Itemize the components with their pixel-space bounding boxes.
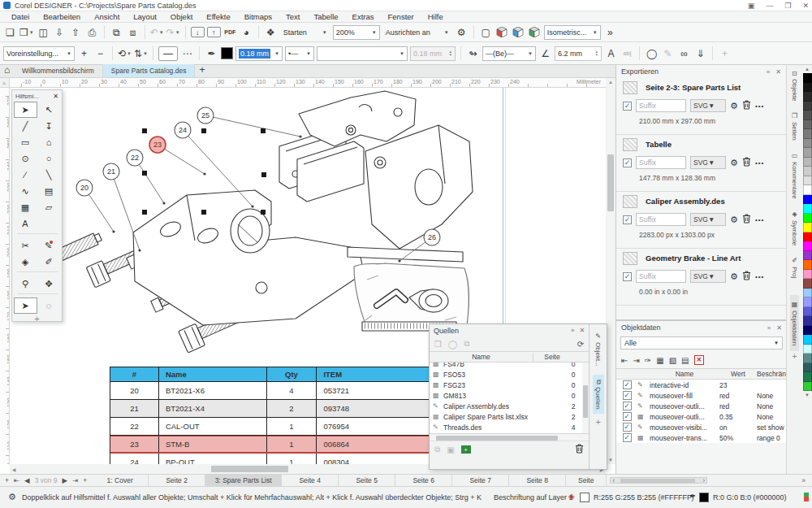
- menu-text[interactable]: Text: [286, 12, 300, 21]
- text-options-button[interactable]: A: [604, 46, 618, 61]
- objektdaten-row-0[interactable]: ✓✎interactive-id23: [616, 380, 787, 390]
- palette-swatch-28[interactable]: [803, 335, 812, 345]
- palette-swatch-25[interactable]: [803, 307, 812, 317]
- pick-tool[interactable]: ➤: [14, 102, 37, 118]
- exportieren-title-bar[interactable]: Exportieren » ✕: [616, 65, 786, 78]
- quellen-col-page[interactable]: Seite: [533, 353, 571, 361]
- objektdaten-row-2[interactable]: ✓✎mouseover-outli...redNone: [616, 401, 787, 411]
- add-preset-button[interactable]: +: [77, 46, 91, 61]
- new-document-button[interactable]: ❏: [3, 25, 17, 40]
- palette-swatch-30[interactable]: [803, 354, 812, 363]
- line-tool[interactable]: ∕: [14, 167, 37, 183]
- page-tab-8[interactable]: Seite: [566, 475, 607, 486]
- palette-swatch-8[interactable]: [803, 148, 812, 158]
- palette-swatch-14[interactable]: [803, 204, 812, 214]
- projection-top-cube-icon[interactable]: [512, 25, 525, 40]
- table-row-20[interactable]: 20BT2021-X64053721: [110, 382, 434, 400]
- page-tab-2[interactable]: 3: Spare Parts List: [205, 475, 282, 486]
- menu-ansicht[interactable]: Ansicht: [94, 12, 119, 21]
- quellen-col-name[interactable]: Name: [430, 353, 533, 361]
- page-tab-4[interactable]: Seite 5: [339, 475, 395, 486]
- source-row-3[interactable]: ▩GM8130: [430, 390, 589, 401]
- palette-scroll-up-icon[interactable]: ▲: [805, 65, 810, 73]
- rectangle-tool[interactable]: ▭: [14, 134, 37, 150]
- trash-icon[interactable]: [742, 157, 751, 167]
- palette-swatch-16[interactable]: [803, 223, 812, 232]
- format-select[interactable]: SVG▼: [690, 99, 726, 112]
- toolbox-close-icon[interactable]: ✕: [53, 93, 58, 100]
- export-more-button[interactable]: •••: [755, 159, 764, 167]
- spin-down-icon[interactable]: ▼: [449, 54, 452, 57]
- arrowhead-combo[interactable]: •—▼: [285, 46, 314, 61]
- selection-handle[interactable]: [261, 172, 266, 177]
- objektdaten-collapse-icon[interactable]: »: [767, 324, 771, 332]
- page-tab-7[interactable]: Seite 8: [509, 475, 566, 486]
- outline-width-combo[interactable]: 0.18 mm▼: [235, 46, 283, 61]
- od-col-wert[interactable]: Wert: [719, 370, 757, 378]
- export-delete-button[interactable]: [742, 214, 751, 225]
- trash-icon[interactable]: [742, 214, 751, 224]
- palette-scroll-down-icon[interactable]: ▼: [805, 391, 810, 399]
- table-row-21[interactable]: 21BT2021-X42093748: [110, 400, 434, 418]
- row-checkbox[interactable]: ✓: [623, 380, 632, 389]
- close-button[interactable]: ✕: [802, 2, 809, 10]
- approve-pen-button[interactable]: ✑: [645, 356, 651, 365]
- exportieren-collapse-icon[interactable]: »: [767, 68, 770, 76]
- format-select[interactable]: SVG▼: [690, 213, 726, 226]
- selection-handle[interactable]: [142, 171, 147, 176]
- drop-arrow-button[interactable]: ⇓: [693, 46, 707, 61]
- minimize-button[interactable]: —: [766, 2, 773, 10]
- fill-color-swatch[interactable]: [580, 493, 590, 502]
- text-tool[interactable]: A: [14, 215, 37, 232]
- docker-tab-objekt[interactable]: ✎Objekt...: [593, 328, 603, 371]
- add-docker-tab-button[interactable]: +: [792, 351, 797, 361]
- document-tab-1[interactable]: Spare Parts Catalog.des: [103, 64, 196, 77]
- table-tool[interactable]: ▦: [14, 199, 37, 215]
- copy-properties-button[interactable]: ⧉: [110, 25, 123, 40]
- eyedropper-tool[interactable]: ✐: [37, 254, 61, 270]
- outline-pen-icon[interactable]: ✒: [205, 46, 218, 61]
- pan-tool[interactable]: ✥: [37, 276, 61, 292]
- publish-sphere-button[interactable]: ◕: [240, 25, 253, 40]
- objektdaten-row-4[interactable]: ✓✎mouseover-visibi...onset show: [616, 422, 787, 432]
- palette-swatch-5[interactable]: [803, 120, 812, 130]
- callout-25[interactable]: 25: [197, 107, 214, 124]
- last-page-button[interactable]: ⇥: [72, 476, 78, 484]
- trash-icon[interactable]: [575, 444, 584, 454]
- quellen-list[interactable]: ▩FS47B0▩FSO530▩FSG230▩GM8130✎Caliper Ass…: [430, 363, 589, 434]
- secondary-width-spinner[interactable]: 0.18 mm▲▼: [410, 46, 456, 61]
- export-settings-gear-icon[interactable]: ⚙: [730, 271, 738, 282]
- download-content-button[interactable]: ↓: [191, 27, 205, 37]
- page-tab-1[interactable]: Seite 2: [149, 475, 205, 486]
- add-page-left-button[interactable]: +: [5, 476, 9, 484]
- palette-swatch-12[interactable]: [803, 185, 812, 195]
- vertical-scroll-thumb[interactable]: [607, 154, 614, 211]
- od-col-name[interactable]: Name: [650, 370, 719, 378]
- page-tab-5[interactable]: Seite 6: [395, 475, 452, 486]
- export-settings-gear-icon[interactable]: ⚙: [730, 101, 738, 111]
- palette-swatch-26[interactable]: [803, 316, 812, 326]
- palette-swatch-31[interactable]: [803, 363, 812, 373]
- selection-handle[interactable]: [201, 210, 206, 215]
- polygon-tool[interactable]: ⌂: [37, 134, 61, 150]
- objektdaten-row-5[interactable]: ✓▦mouseover-trans...50%range 0: [616, 432, 787, 443]
- palette-swatch-9[interactable]: [803, 158, 812, 167]
- freehand-pick-tool[interactable]: ↖: [37, 102, 61, 118]
- palette-swatch-4[interactable]: [803, 111, 812, 120]
- palette-swatch-27[interactable]: [803, 326, 812, 336]
- leader-gap-spinner[interactable]: 6.2 mm▲▼: [555, 46, 602, 61]
- palette-swatch-21[interactable]: [803, 270, 812, 280]
- quellen-title-bar[interactable]: Quellen » ✕: [430, 324, 589, 336]
- zoom-level-combo[interactable]: 200%▼: [333, 25, 380, 40]
- dashed-line-button[interactable]: ⋯: [180, 46, 194, 61]
- callout-22[interactable]: 22: [127, 150, 143, 166]
- delete-preset-button[interactable]: −: [93, 46, 107, 61]
- projection-side-cube-icon[interactable]: [528, 25, 542, 40]
- palette-swatch-23[interactable]: [803, 289, 812, 298]
- curve-tool[interactable]: ∿: [14, 183, 37, 199]
- diagonal-line-tool[interactable]: ╲: [37, 167, 61, 183]
- pin-tool[interactable]: ↧: [37, 118, 61, 134]
- fill-tool[interactable]: ◈: [14, 254, 37, 270]
- selection-handle[interactable]: [261, 210, 266, 215]
- docker-tab-objektdaten[interactable]: ▦Objektdaten: [790, 295, 799, 351]
